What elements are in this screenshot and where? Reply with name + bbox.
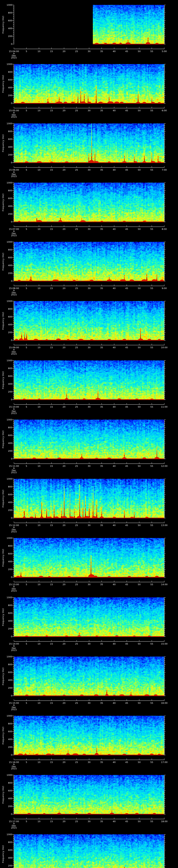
y-tick-label: 600	[0, 79, 12, 81]
y-tick-label: 200	[0, 35, 12, 37]
x-tick-label: 55	[150, 228, 153, 230]
x-tick-label: 20	[63, 109, 65, 112]
x-tick-label: 15	[50, 109, 53, 112]
y-tick-label: 0	[0, 635, 12, 638]
y-axis-title: Frequency (Hz)	[2, 727, 4, 744]
y-tick-label: 1000	[0, 715, 12, 717]
x-tick-label: 25	[75, 761, 78, 764]
x-tick-label: 35	[100, 287, 103, 289]
x-tick-label: 5	[26, 583, 27, 586]
x-tick-label: 20	[63, 702, 65, 704]
x-tick-label: 50	[138, 643, 141, 645]
y-tick-label: 800	[0, 485, 12, 488]
date-line: 2015	[11, 352, 17, 355]
x-tick-label: 25	[75, 643, 78, 645]
y-tick-label: 0	[0, 280, 12, 282]
date-line: 2015	[11, 175, 17, 178]
x-tick-label: 25	[75, 524, 78, 527]
x-tick-label: 5	[26, 109, 27, 112]
x-tick-label: 30	[88, 643, 91, 645]
y-tick-label: 600	[0, 256, 12, 259]
y-tick-label: 400	[0, 264, 12, 267]
x-tick-label: 20	[63, 761, 65, 764]
date-line: 2015	[11, 471, 17, 474]
x-tick-label: 5	[26, 168, 27, 171]
y-tick-label: 800	[0, 841, 12, 843]
y-tick-label: 200	[0, 153, 12, 156]
x-end-time-label: 11:00	[161, 406, 168, 408]
x-tick-label: 45	[125, 702, 128, 704]
x-end-time-label: 9:00	[162, 287, 167, 289]
y-axis-title: Frequency (Hz)	[2, 312, 4, 330]
x-tick-label: 30	[88, 761, 91, 764]
x-tick-label: 50	[138, 702, 141, 704]
x-end-time-label: 14:00	[161, 583, 168, 586]
y-axis-title: Frequency (Hz)	[2, 786, 4, 804]
screenshot-root: { "colors": { "background": "#000000", "…	[0, 0, 178, 868]
y-tick-label: 0	[0, 694, 12, 697]
x-tick-label: 10	[37, 643, 40, 645]
x-tick-label: 20	[63, 168, 65, 171]
x-tick-label: 10	[37, 524, 40, 527]
y-tick-label: 0	[0, 339, 12, 341]
x-end-time-label: 5:00	[162, 50, 167, 53]
spectrogram-panel: Frequency (Hz) 1000800600400200015:17:00…	[0, 770, 178, 829]
x-tick-label: 10	[37, 702, 40, 704]
y-tick-label: 800	[0, 248, 12, 251]
spectrogram-panel: Frequency (Hz) 1000800600400200015:06:00…	[0, 119, 178, 178]
x-tick-label: 25	[75, 820, 78, 823]
x-tick-label: 25	[75, 228, 78, 230]
y-tick-label: 200	[0, 568, 12, 570]
x-tick-label: 40	[113, 702, 116, 704]
x-tick-label: 15	[50, 524, 53, 527]
y-tick-label: 0	[0, 398, 12, 401]
y-tick-label: 600	[0, 197, 12, 199]
x-end-time-label: 7:00	[162, 168, 167, 171]
x-tick-label: 50	[138, 583, 141, 586]
x-tick-label: 40	[113, 228, 116, 230]
x-tick-label: 20	[63, 346, 65, 349]
x-tick-label: 10	[37, 406, 40, 408]
x-tick-label: 5	[26, 702, 27, 704]
x-tick-label: 40	[113, 287, 116, 289]
x-end-time-label: 18:00	[161, 820, 168, 823]
x-tick-label: 25	[75, 465, 78, 467]
x-tick-label: 45	[125, 524, 128, 527]
date-line: 2015	[11, 116, 17, 118]
x-tick-label: 50	[138, 465, 141, 467]
x-tick-label: 15	[50, 50, 53, 53]
x-tick-label: 50	[138, 50, 141, 53]
y-tick-label: 600	[0, 849, 12, 851]
y-tick-label: 200	[0, 509, 12, 512]
x-tick-label: 30	[88, 820, 91, 823]
spectrogram-panel: Frequency (Hz) 1000800600400200015:09:00…	[0, 296, 178, 355]
y-tick-label: 0	[0, 43, 12, 45]
x-tick-label: 45	[125, 583, 128, 586]
y-tick-label: 600	[0, 375, 12, 377]
x-tick-label: 5	[26, 643, 27, 645]
date-line: 2015	[11, 293, 17, 296]
y-tick-label: 600	[0, 671, 12, 674]
x-tick-label: 55	[150, 524, 153, 527]
y-tick-label: 800	[0, 130, 12, 133]
y-tick-label: 200	[0, 627, 12, 630]
x-tick-label: 50	[138, 287, 141, 289]
y-tick-label: 800	[0, 663, 12, 666]
x-tick-label: 40	[113, 761, 116, 764]
x-tick-label: 55	[150, 346, 153, 349]
x-end-time-label: 17:00	[161, 761, 168, 764]
x-tick-label: 5	[26, 346, 27, 349]
y-tick-label: 200	[0, 687, 12, 689]
y-axis-title: Frequency (Hz)	[2, 16, 4, 33]
y-tick-label: 400	[0, 323, 12, 326]
x-tick-label: 10	[37, 109, 40, 112]
x-tick-label: 15	[50, 583, 53, 586]
x-tick-label: 15	[50, 465, 53, 467]
date-line: 2015	[11, 56, 17, 59]
x-tick-label: 40	[113, 820, 116, 823]
y-tick-label: 400	[0, 620, 12, 622]
x-tick-label: 40	[113, 524, 116, 527]
x-tick-label: 15	[50, 761, 53, 764]
x-tick-label: 55	[150, 761, 153, 764]
y-tick-label: 1000	[0, 300, 12, 302]
